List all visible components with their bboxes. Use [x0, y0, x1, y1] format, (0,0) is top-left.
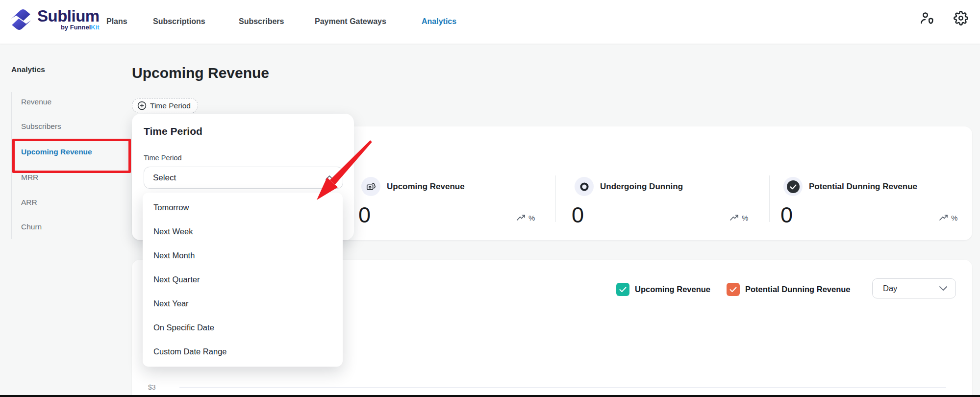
sidebar-item-revenue[interactable]: Revenue [21, 98, 119, 106]
option-on-specific-date[interactable]: On Specific Date [143, 316, 343, 340]
sidebar-item-arr[interactable]: ARR [21, 198, 119, 207]
screenshot-bottom-border [0, 395, 980, 397]
y-axis-tick: $3 [148, 383, 156, 391]
sidebar-item-upcoming-revenue[interactable]: Upcoming Revenue [21, 148, 119, 156]
stat-divider [769, 175, 770, 222]
granularity-value: Day [883, 284, 897, 293]
plus-circle-icon [137, 101, 147, 110]
nav-plans[interactable]: Plans [106, 12, 127, 31]
option-custom-date-range[interactable]: Custom Date Range [143, 340, 343, 364]
legend-label: Potential Dunning Revenue [745, 285, 851, 294]
sublium-logo-icon [9, 7, 33, 32]
check-circle-icon [783, 177, 803, 196]
chart-gridline [179, 387, 946, 388]
cash-hand-icon [361, 177, 380, 196]
time-period-select[interactable]: Select [144, 167, 343, 189]
sidebar-heading: Analytics [11, 65, 45, 74]
legend-checkbox-potential-dunning-revenue[interactable] [727, 283, 740, 296]
nav-subscribers[interactable]: Subscribers [239, 12, 284, 31]
sidebar-item-subscribers[interactable]: Subscribers [21, 122, 119, 131]
stat-value: 0 [572, 202, 584, 228]
brand-logo[interactable]: Sublium by FunnelKit [9, 7, 100, 32]
top-navbar: Sublium by FunnelKit Plans Subscriptions… [0, 0, 980, 44]
stat-label: Upcoming Revenue [387, 177, 465, 196]
check-icon [729, 287, 737, 293]
trend-up-icon [517, 214, 526, 222]
stat-value: 0 [780, 202, 793, 228]
option-next-month[interactable]: Next Month [143, 244, 343, 268]
brand-byline: by FunnelKit [61, 24, 100, 31]
ring-icon [575, 177, 594, 196]
sidebar-item-churn[interactable]: Churn [21, 223, 119, 231]
chevron-down-icon [939, 286, 948, 291]
chevron-up-icon [325, 175, 334, 180]
nav-analytics[interactable]: Analytics [422, 12, 456, 31]
sidebar-item-mrr[interactable]: MRR [21, 173, 119, 182]
nav-payment-gateways[interactable]: Payment Gateways [315, 12, 386, 31]
trend-up-icon [939, 214, 949, 222]
option-tomorrow[interactable]: Tomorrow [143, 196, 343, 220]
stat-trend: % [939, 214, 957, 222]
brand-name: Sublium [37, 8, 100, 24]
filter-chip-label: Time Period [150, 101, 191, 110]
user-shield-icon[interactable] [918, 9, 935, 27]
time-period-select-value: Select [153, 173, 176, 183]
stat-label: Potential Dunning Revenue [809, 177, 917, 196]
stat-divider [555, 175, 556, 222]
page-title: Upcoming Revenue [132, 65, 269, 81]
nav-subscriptions[interactable]: Subscriptions [153, 12, 205, 31]
stat-value: 0 [358, 202, 371, 228]
granularity-select[interactable]: Day [872, 278, 956, 298]
time-period-filter-chip[interactable]: Time Period [132, 98, 198, 113]
sidebar-rail [11, 92, 12, 239]
stat-label: Undergoing Dunning [600, 177, 683, 196]
legend-item-potential-dunning-revenue: Potential Dunning Revenue [727, 283, 851, 296]
legend-label: Upcoming Revenue [635, 285, 710, 294]
option-next-quarter[interactable]: Next Quarter [143, 268, 343, 292]
trend-up-icon [730, 214, 739, 222]
legend-item-upcoming-revenue: Upcoming Revenue [616, 283, 710, 296]
app-window: Sublium by FunnelKit Plans Subscriptions… [0, 0, 980, 397]
legend-checkbox-upcoming-revenue[interactable] [616, 283, 629, 296]
stat-trend: % [730, 214, 748, 222]
stat-trend: % [517, 214, 535, 222]
option-next-year[interactable]: Next Year [143, 292, 343, 316]
option-next-week[interactable]: Next Week [143, 220, 343, 244]
time-period-options-dropdown: Tomorrow Next Week Next Month Next Quart… [143, 193, 343, 367]
check-icon [619, 287, 627, 293]
gear-icon[interactable] [952, 9, 970, 27]
panel-heading: Time Period [144, 125, 202, 137]
time-period-field-label: Time Period [144, 154, 182, 162]
